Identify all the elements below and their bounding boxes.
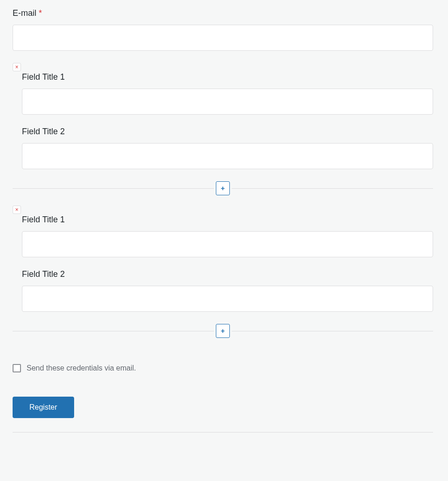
- repeater-group: × Field Title 1 Field Title 2: [13, 207, 433, 312]
- field-input[interactable]: [22, 231, 433, 257]
- add-group-button[interactable]: +: [216, 181, 230, 195]
- add-row-divider: +: [13, 181, 433, 195]
- repeater-group: × Field Title 1 Field Title 2: [13, 65, 433, 169]
- field-input[interactable]: [22, 286, 433, 312]
- plus-icon: +: [221, 184, 225, 192]
- field-group: Field Title 2: [22, 269, 433, 312]
- email-field-group: E-mail *: [13, 8, 433, 51]
- remove-group-button[interactable]: ×: [13, 206, 21, 214]
- register-button[interactable]: Register: [13, 397, 74, 418]
- close-icon: ×: [15, 64, 18, 70]
- plus-icon: +: [221, 327, 225, 335]
- field-group: Field Title 1: [22, 215, 433, 257]
- divider-line: [13, 331, 214, 331]
- send-credentials-checkbox[interactable]: [13, 364, 21, 372]
- divider-line: [232, 188, 433, 189]
- email-label: E-mail *: [13, 8, 433, 18]
- remove-group-button[interactable]: ×: [13, 63, 21, 71]
- field-label: Field Title 2: [22, 269, 433, 279]
- field-label: Field Title 1: [22, 215, 433, 225]
- divider-line: [232, 331, 433, 331]
- field-label: Field Title 2: [22, 127, 433, 137]
- bottom-divider: [13, 432, 433, 433]
- close-icon: ×: [15, 206, 18, 213]
- send-credentials-label[interactable]: Send these credentials via email.: [27, 364, 136, 372]
- field-group: Field Title 2: [22, 127, 433, 169]
- add-row-divider: +: [13, 324, 433, 338]
- email-label-text: E-mail: [13, 8, 36, 18]
- repeater-inner: Field Title 1 Field Title 2: [13, 65, 433, 169]
- field-label: Field Title 1: [22, 72, 433, 82]
- divider-line: [13, 188, 214, 189]
- send-credentials-row: Send these credentials via email.: [13, 364, 433, 372]
- required-mark: *: [39, 8, 42, 18]
- field-input[interactable]: [22, 89, 433, 115]
- field-input[interactable]: [22, 143, 433, 169]
- email-input[interactable]: [13, 25, 433, 51]
- add-group-button[interactable]: +: [216, 324, 230, 338]
- repeater-inner: Field Title 1 Field Title 2: [13, 207, 433, 312]
- field-group: Field Title 1: [22, 72, 433, 115]
